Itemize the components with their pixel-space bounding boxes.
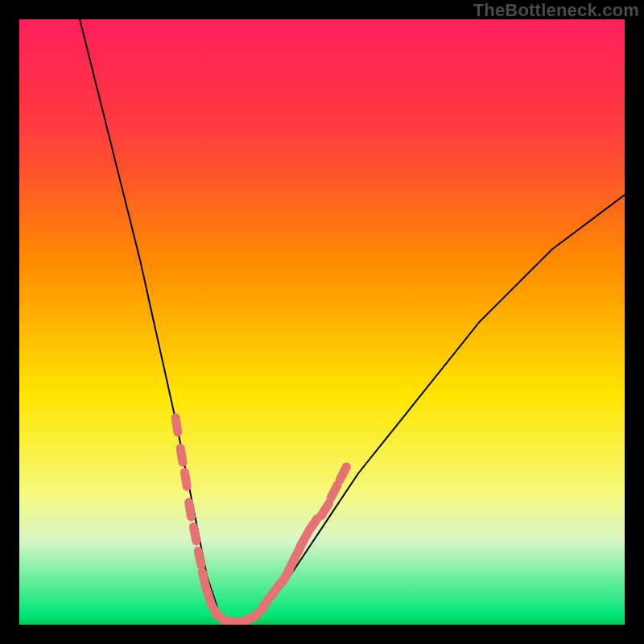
watermark-text: TheBottleneck.com — [473, 0, 639, 21]
curve-marker — [184, 473, 187, 487]
curve-marker — [189, 502, 192, 517]
curve-marker — [331, 485, 337, 498]
curve-marker — [340, 467, 346, 480]
chart-background — [19, 19, 625, 625]
curve-marker — [175, 418, 178, 432]
curve-marker — [300, 534, 308, 547]
curve-marker — [180, 448, 183, 463]
curve-marker — [193, 526, 196, 541]
chart-plot — [19, 19, 625, 625]
curve-marker — [198, 551, 201, 566]
